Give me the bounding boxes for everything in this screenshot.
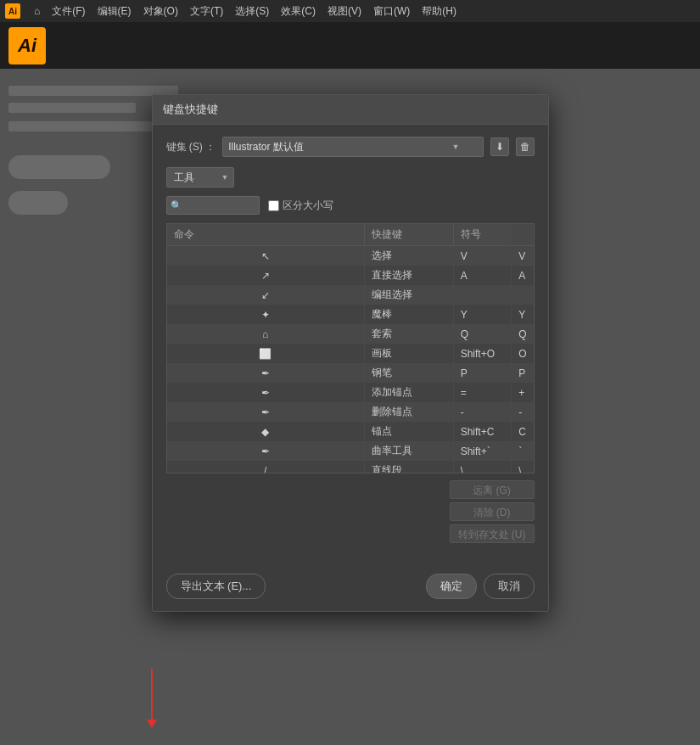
- ai-logo-small: Ai: [5, 3, 20, 19]
- menu-select[interactable]: 选择(S): [230, 3, 274, 20]
- keyset-label: 键集 (S) ：: [166, 140, 216, 154]
- tool-symbol: Y: [512, 305, 534, 324]
- table-row[interactable]: ↗直接选择AA: [167, 266, 534, 285]
- table-row[interactable]: ⬜画板Shift+OO: [167, 344, 534, 363]
- table-row[interactable]: ✒添加锚点=+: [167, 383, 534, 402]
- table-row[interactable]: ✒钢笔PP: [167, 363, 534, 383]
- tool-icon: ↙: [167, 285, 365, 305]
- workspace: 键盘快捷键 键集 (S) ： Illustrator 默认值 ⬇ 🗑 工具: [0, 69, 700, 745]
- tool-name: 曲率工具: [364, 441, 453, 461]
- tool-name: 画板: [364, 344, 453, 363]
- table-row[interactable]: ↙编组选择: [167, 285, 534, 305]
- menu-window[interactable]: 窗口(W): [368, 3, 415, 20]
- tool-shortcut: P: [453, 363, 512, 383]
- menu-logo-area: Ai: [5, 3, 24, 19]
- arrow-head: [147, 720, 157, 728]
- shortcut-table: 命令 快捷键 符号 ↖选择VV↗直接选择AA↙编组选择✦魔棒YY⌂套索QQ⬜画板…: [167, 224, 534, 473]
- tool-shortcut: Y: [453, 305, 512, 324]
- table-header-row: 命令 快捷键 符号: [167, 224, 534, 246]
- tool-symbol: A: [512, 266, 534, 285]
- tool-name: 直接选择: [364, 266, 453, 285]
- title-bar: Ai: [0, 22, 700, 69]
- tool-symbol: [512, 285, 534, 305]
- tool-icon: ✒: [167, 441, 365, 461]
- cancel-button[interactable]: 取消: [484, 574, 535, 599]
- tool-shortcut: Shift+O: [453, 344, 512, 363]
- tool-icon: ✒: [167, 383, 365, 402]
- menu-edit[interactable]: 编辑(E): [92, 3, 137, 20]
- keyset-select-wrapper: Illustrator 默认值: [222, 137, 483, 157]
- tool-shortcut: =: [453, 383, 512, 402]
- menu-help[interactable]: 帮助(H): [417, 3, 462, 20]
- ok-button[interactable]: 确定: [426, 574, 477, 599]
- tool-name: 钢笔: [364, 363, 453, 383]
- dialog-body: 键集 (S) ： Illustrator 默认值 ⬇ 🗑 工具: [153, 125, 548, 565]
- dialog-footer: 导出文本 (E)... 确定 取消: [153, 565, 548, 611]
- shortcut-table-wrapper[interactable]: 命令 快捷键 符号 ↖选择VV↗直接选择AA↙编组选择✦魔棒YY⌂套索QQ⬜画板…: [166, 223, 535, 473]
- arrow-annotation: [147, 669, 157, 728]
- tool-symbol: -: [512, 402, 534, 422]
- search-icon: 🔍: [171, 200, 182, 211]
- bg-bar-3: [8, 121, 161, 132]
- bg-button-1: [8, 155, 110, 179]
- tool-symbol: `: [512, 441, 534, 461]
- dialog-title: 键盘快捷键: [163, 102, 218, 117]
- table-row[interactable]: /直线段\\: [167, 461, 534, 473]
- tool-shortcut: V: [453, 246, 512, 266]
- table-row[interactable]: ✒删除锚点--: [167, 402, 534, 422]
- table-row[interactable]: ⌂套索QQ: [167, 324, 534, 344]
- tool-name: 删除锚点: [364, 402, 453, 422]
- menu-file[interactable]: 文件(F): [47, 3, 90, 20]
- tool-symbol: O: [512, 344, 534, 363]
- action-row: 远离 (G) 清除 (D) 转到存文处 (U): [166, 480, 535, 543]
- case-sensitive-row: 区分大小写: [268, 199, 333, 213]
- case-sensitive-label: 区分大小写: [283, 199, 333, 213]
- tool-name: 选择: [364, 246, 453, 266]
- keyset-select[interactable]: Illustrator 默认值: [222, 137, 483, 157]
- menu-view[interactable]: 视图(V): [322, 3, 367, 20]
- delete-button-dimmed: 清除 (D): [450, 502, 535, 521]
- search-input-wrapper: 🔍: [166, 196, 260, 215]
- menu-object[interactable]: 对象(O): [138, 3, 183, 20]
- col-shortcut: 快捷键: [364, 224, 453, 246]
- ai-logo-big: Ai: [8, 27, 46, 64]
- tools-select[interactable]: 工具: [166, 167, 234, 188]
- tool-symbol: +: [512, 383, 534, 402]
- table-row[interactable]: ◆锚点Shift+CC: [167, 422, 534, 441]
- bg-bar-2: [8, 103, 136, 113]
- tool-shortcut: Shift+C: [453, 422, 512, 441]
- arrow-line: [151, 669, 153, 720]
- col-symbol: 符号: [453, 224, 512, 246]
- tool-icon: ↖: [167, 246, 365, 266]
- table-row[interactable]: ✒曲率工具Shift+``: [167, 441, 534, 461]
- tool-icon: /: [167, 461, 365, 473]
- export-text-button[interactable]: 导出文本 (E)...: [166, 574, 266, 599]
- tool-shortcut: A: [453, 266, 512, 285]
- table-row[interactable]: ↖选择VV: [167, 246, 534, 266]
- menu-effect[interactable]: 效果(C): [276, 3, 321, 20]
- keyboard-shortcuts-dialog: 键盘快捷键 键集 (S) ： Illustrator 默认值 ⬇ 🗑 工具: [152, 94, 549, 612]
- bg-button-2: [8, 191, 68, 215]
- tool-name: 直线段: [364, 461, 453, 473]
- tool-symbol: C: [512, 422, 534, 441]
- menu-home[interactable]: ⌂: [29, 3, 45, 19]
- tool-shortcut: -: [453, 402, 512, 422]
- tools-select-wrapper: 工具: [166, 167, 234, 188]
- goto-button-dimmed: 转到存文处 (U): [450, 524, 535, 543]
- tool-name: 添加锚点: [364, 383, 453, 402]
- tool-icon: ✒: [167, 402, 365, 422]
- tool-symbol: P: [512, 363, 534, 383]
- menu-text[interactable]: 文字(T): [185, 3, 228, 20]
- tool-name: 魔棒: [364, 305, 453, 324]
- table-row[interactable]: ✦魔棒YY: [167, 305, 534, 324]
- tool-icon: ◆: [167, 422, 365, 441]
- save-keyset-button[interactable]: ⬇: [490, 137, 509, 156]
- tool-shortcut: Q: [453, 324, 512, 344]
- tool-symbol: \: [512, 461, 534, 473]
- delete-keyset-button[interactable]: 🗑: [516, 137, 535, 156]
- footer-right: 确定 取消: [426, 574, 535, 599]
- case-sensitive-checkbox[interactable]: [268, 200, 279, 211]
- col-command: 命令: [167, 224, 365, 246]
- footer-left: 导出文本 (E)...: [166, 574, 266, 599]
- tool-icon: ✒: [167, 363, 365, 383]
